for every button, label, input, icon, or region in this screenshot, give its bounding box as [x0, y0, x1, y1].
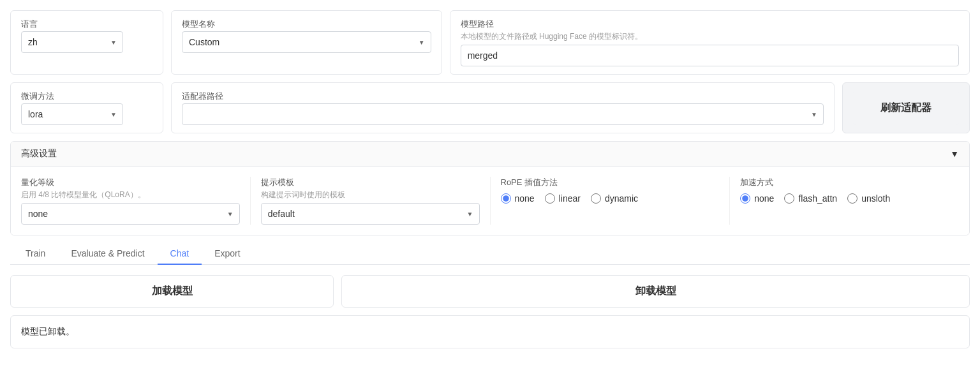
chevron-down-icon: ▼ [950, 149, 959, 159]
lang-select-wrapper[interactable]: zh en ja ko [21, 31, 123, 53]
adapter-select-wrapper[interactable] [182, 103, 824, 125]
quantization-column: 量化等级 启用 4/8 比特模型量化（QLoRA）。 none 8 4 [21, 177, 251, 225]
tab-export[interactable]: Export [202, 243, 253, 265]
prompt-sublabel: 构建提示词时使用的模板 [261, 190, 480, 200]
tab-evaluate[interactable]: Evaluate & Predict [58, 243, 157, 265]
unload-model-button[interactable]: 卸载模型 [341, 275, 970, 308]
accel-flash-radio[interactable] [784, 193, 794, 204]
tabs-bar: Train Evaluate & Predict Chat Export [10, 243, 970, 265]
model-name-section: 模型名称 Custom LLaMA ChatGLM Baichuan [171, 10, 442, 75]
model-path-label: 模型路径 [461, 19, 959, 30]
rope-label: RoPE 插值方法 [501, 177, 720, 188]
rope-dynamic-label: dynamic [605, 193, 638, 204]
advanced-settings-section: 高级设置 ▼ 量化等级 启用 4/8 比特模型量化（QLoRA）。 none 8… [10, 141, 970, 235]
accel-label: 加速方式 [740, 177, 959, 188]
row1-section: 语言 zh en ja ko 模型名称 Custom LLaMA ChatGLM… [10, 10, 970, 75]
prompt-select[interactable]: default alpaca vicuna belle [261, 203, 480, 225]
finetune-select-wrapper[interactable]: lora freeze full [21, 103, 123, 125]
model-path-input[interactable] [461, 45, 959, 66]
advanced-settings-title: 高级设置 [21, 148, 57, 160]
refresh-section[interactable]: 刷新适配器 [842, 82, 970, 133]
lang-select[interactable]: zh en ja ko [21, 31, 123, 53]
accel-radio-group: none flash_attn unsloth [740, 193, 959, 204]
model-status-text: 模型已卸载。 [21, 326, 75, 336]
accel-none-option[interactable]: none [740, 193, 774, 204]
prompt-template-column: 提示模板 构建提示词时使用的模板 default alpaca vicuna b… [261, 177, 491, 225]
adapter-select[interactable] [182, 103, 824, 125]
row2-section: 微调方法 lora freeze full 适配器路径 刷新适配器 [10, 82, 970, 133]
accel-none-radio[interactable] [740, 193, 750, 204]
model-select[interactable]: Custom LLaMA ChatGLM Baichuan [182, 31, 431, 53]
quant-select-wrapper[interactable]: none 8 4 [21, 203, 240, 225]
prompt-label: 提示模板 [261, 177, 480, 188]
accel-none-label: none [754, 193, 774, 204]
accel-unsloth-label: unsloth [861, 193, 890, 204]
rope-none-radio[interactable] [501, 193, 511, 204]
chat-tab-content: 加载模型 卸载模型 模型已卸载。 [10, 265, 970, 359]
rope-none-label: none [515, 193, 535, 204]
accel-unsloth-option[interactable]: unsloth [847, 193, 890, 204]
adapter-path-section: 适配器路径 [171, 82, 835, 133]
adapter-path-label: 适配器路径 [182, 91, 824, 102]
prompt-select-wrapper[interactable]: default alpaca vicuna belle [261, 203, 480, 225]
rope-linear-radio[interactable] [545, 193, 555, 204]
rope-dynamic-radio[interactable] [591, 193, 601, 204]
refresh-adapter-button[interactable]: 刷新适配器 [853, 91, 959, 125]
main-page: 语言 zh en ja ko 模型名称 Custom LLaMA ChatGLM… [0, 0, 980, 388]
quant-label: 量化等级 [21, 177, 240, 188]
rope-radio-group: none linear dynamic [501, 193, 720, 204]
tab-train[interactable]: Train [13, 243, 58, 265]
rope-dynamic-option[interactable]: dynamic [591, 193, 638, 204]
accel-flash-option[interactable]: flash_attn [784, 193, 837, 204]
language-section: 语言 zh en ja ko [10, 10, 163, 75]
rope-none-option[interactable]: none [501, 193, 535, 204]
model-status-box: 模型已卸载。 [10, 315, 970, 348]
accel-unsloth-radio[interactable] [847, 193, 858, 204]
tab-chat[interactable]: Chat [158, 243, 202, 265]
accel-flash-label: flash_attn [798, 193, 837, 204]
advanced-settings-header[interactable]: 高级设置 ▼ [11, 142, 969, 167]
finetune-label: 微调方法 [21, 91, 152, 102]
model-name-label: 模型名称 [182, 19, 431, 30]
model-select-wrapper[interactable]: Custom LLaMA ChatGLM Baichuan [182, 31, 431, 53]
accel-column: 加速方式 none flash_attn unsloth [740, 177, 959, 225]
lang-label: 语言 [21, 19, 152, 30]
quant-select[interactable]: none 8 4 [21, 203, 240, 225]
load-model-button[interactable]: 加载模型 [10, 275, 334, 308]
model-path-sublabel: 本地模型的文件路径或 Hugging Face 的模型标识符。 [461, 31, 959, 42]
finetune-select[interactable]: lora freeze full [21, 103, 123, 125]
advanced-settings-content: 量化等级 启用 4/8 比特模型量化（QLoRA）。 none 8 4 提示模板… [11, 167, 969, 235]
finetune-section: 微调方法 lora freeze full [10, 82, 163, 133]
rope-linear-label: linear [559, 193, 581, 204]
rope-column: RoPE 插值方法 none linear dynamic [501, 177, 731, 225]
rope-linear-option[interactable]: linear [545, 193, 581, 204]
model-path-section: 模型路径 本地模型的文件路径或 Hugging Face 的模型标识符。 [450, 10, 970, 75]
quant-sublabel: 启用 4/8 比特模型量化（QLoRA）。 [21, 190, 240, 200]
load-unload-row: 加载模型 卸载模型 [10, 275, 970, 308]
